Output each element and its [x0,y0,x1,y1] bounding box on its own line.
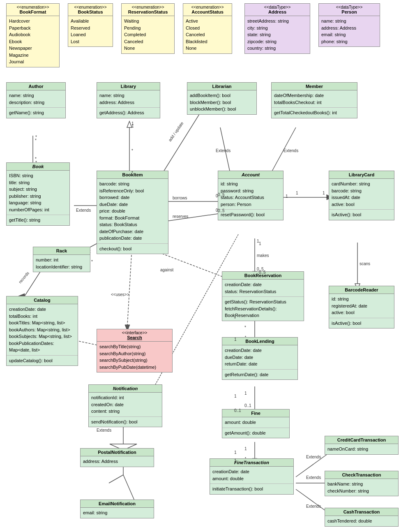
cash-transaction-header: CashTransaction [325,508,398,516]
svg-text:Extends: Extends [306,475,321,480]
catalog-methods: updateCatalog(): bool [7,356,78,366]
diagram-container: * * Extends placed at * 1 records * 1 Ex… [0,0,408,532]
svg-text:0..1: 0..1 [244,403,251,408]
catalog-header: Catalog [7,296,78,304]
svg-text:1: 1 [323,191,325,195]
postal-notification-fields: address: Address [81,456,154,467]
librarian-name: Librarian [212,84,231,89]
account-methods: resetPassword(): bool [218,210,283,220]
svg-text:makes: makes [257,253,269,258]
email-notification-name: EmailNotification [99,501,136,506]
credit-card-transaction-fields: nameOnCard: string [325,444,398,454]
reservation-status-stereotype: <<enumeration>> [124,5,172,9]
book-lending-header: BookLending [222,338,297,345]
credit-card-transaction-header: CreditCardTransaction [325,436,398,444]
svg-line-77 [109,475,123,483]
fine-header: Fine [222,409,289,417]
check-transaction-box: CheckTransaction bankName: stringcheckNu… [325,471,399,496]
author-box: Author name: stringdescription: string g… [6,82,66,118]
check-transaction-header: CheckTransaction [325,471,398,479]
library-card-fields: cardNumber: stringbarcode: stringissuedA… [329,179,394,210]
librarian-methods: addBookItem(): boolblockMember(): boolun… [187,90,256,114]
star-label-lib: * [131,171,133,175]
author-name: Author [28,84,43,89]
book-lending-box: BookLending creationDate: datedueDate: d… [222,337,298,380]
reservation-status-box: <<enumeration>> ReservationStatus Waitin… [121,3,175,54]
person-fields: name: stringaddress: Addressemail: strin… [319,16,380,46]
book-methods: getTitle(): string [7,215,69,225]
member-name: Member [306,84,323,89]
member-box: Member dateOfMembership: datetotalBooksC… [271,82,357,118]
account-status-name: AccountStatus [185,9,230,14]
rack-header: Rack [33,247,90,255]
one-label-br2: 1 [234,337,237,342]
account-status-box: <<enumeration>> AccountStatus ActiveClos… [183,3,232,54]
svg-text:scans: scans [360,261,370,266]
catalog-name: Catalog [34,298,50,303]
librarian-box: Librarian addBookItem(): boolblockMember… [187,82,257,115]
star-label-2: * [35,160,37,165]
svg-text:borrows: borrows [173,196,187,200]
account-status-values: ActiveClosedCanceledBlacklistedNone [183,16,232,53]
fine-transaction-name: FineTransaction [234,460,269,465]
zero5-label-makes: 0..5 [259,270,266,275]
svg-text:Extends: Extends [216,148,231,153]
reservation-status-name: ReservationStatus [124,9,172,14]
cash-transaction-name: CashTransaction [343,509,380,514]
svg-text:Extends: Extends [284,148,298,153]
book-lending-fields: creationDate: datedueDate: datereturnDat… [222,345,297,370]
email-notification-box: EmailNotification email: string [80,500,154,518]
library-card-name: LibraryCard [349,172,374,177]
search-methods: searchByTitle(string)searchByAuthor(stri… [97,342,172,372]
book-status-values: AvailableReservedLoanedLost [68,16,113,46]
cash-transaction-fields: cashTendered: double [325,516,398,526]
svg-text:*: * [244,325,246,330]
fine-transaction-fields: creationDate: dateamount: double [210,467,293,484]
one-label-ft2: 1 [234,458,237,463]
library-box: Library name: stringaddress: Address get… [97,82,160,118]
rack-name: Rack [56,248,67,253]
book-item-fields: barcode: stringisReferenceOnly: boolborr… [97,179,168,244]
barcode-reader-fields: id: stringregisteredAt: dateactive: bool [329,294,394,318]
svg-line-24 [160,111,201,177]
account-box: Account id: stringpassword: stringstatus… [218,171,284,220]
book-status-stereotype: <<enumeration>> [70,5,111,9]
library-fields: name: stringaddress: Address [97,90,160,108]
book-format-values: HardcoverPaperbackAudiobookEbookNewspape… [7,16,59,67]
email-notification-header: EmailNotification [81,500,154,508]
library-methods: getAddress(): Address [97,108,160,118]
account-fields: id: stringpassword: stringstatus: Accoun… [218,179,283,210]
svg-line-18 [220,127,230,173]
book-box: Book ISBN: stringtitle: stringsubject: s… [6,162,70,226]
address-box: <<dataType>> Address streetAddress: stri… [244,3,310,54]
notification-header: Notification [89,385,162,393]
book-fields: ISBN: stringtitle: stringsubject: string… [7,171,69,215]
one-label-lc2: 1 [326,194,328,199]
fine-transaction-box: FineTransaction creationDate: dateamount… [210,458,294,495]
book-status-box: <<enumeration>> BookStatus AvailableRese… [68,3,113,47]
postal-notification-header: PostalNotification [81,449,154,456]
barcode-reader-name: BarcodeReader [345,287,378,292]
book-format-stereotype: <<enumeration>> [9,5,57,9]
notification-name: Notification [113,386,138,391]
rack-fields: number: intlocationIdentifier: string [33,255,90,272]
book-item-methods: checkout(): bool [97,244,168,254]
librarian-header: Librarian [187,83,256,90]
one-label-ft1: 1 [234,450,237,455]
svg-text:Extends: Extends [306,504,321,509]
catalog-fields: creationDate: datetotalBooks: intbookTit… [7,304,78,356]
notification-box: Notification notificationId: intcreatedO… [88,384,162,427]
book-format-box: <<enumeration>> BookFormat HardcoverPape… [6,3,60,67]
author-methods: getName(): string [7,108,65,118]
member-methods: getTotalCheckedoutBooks(): int [272,108,357,118]
book-format-name: BookFormat [9,9,57,14]
address-fields: streetAddress: stringcity: stringstate: … [245,16,310,53]
svg-text:add / update: add / update [168,121,184,142]
zero5-label-reserves: 0..5 [218,208,225,213]
book-item-box: BookItem barcode: stringisReferenceOnly:… [97,171,168,254]
address-stereotype: <<dataType>> [247,5,308,9]
zero5-label-borrows: 0..5 [218,192,225,197]
svg-line-31 [160,214,218,222]
barcode-reader-box: BarcodeReader id: stringregisteredAt: da… [329,286,394,328]
one-label-lib: 1 [131,121,134,126]
